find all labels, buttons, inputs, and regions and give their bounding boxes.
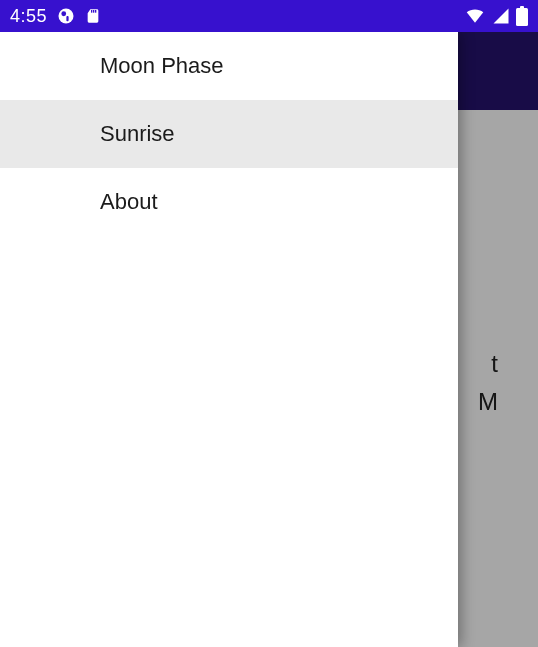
status-bar: 4:55 <box>0 0 538 32</box>
drawer-item-sunrise[interactable]: Sunrise <box>0 100 458 168</box>
cellular-signal-icon <box>492 7 510 25</box>
status-right <box>464 6 528 26</box>
nav-drawer: Moon Phase Sunrise About <box>0 32 458 647</box>
status-time: 4:55 <box>10 6 47 27</box>
svg-rect-10 <box>95 10 96 13</box>
battery-icon <box>516 6 528 26</box>
svg-rect-11 <box>516 8 528 26</box>
drawer-item-label: Moon Phase <box>100 53 224 79</box>
wifi-icon <box>464 7 486 25</box>
drawer-item-label: Sunrise <box>100 121 175 147</box>
sd-card-icon <box>85 7 101 25</box>
svg-rect-7 <box>66 16 68 21</box>
drawer-item-moon-phase[interactable]: Moon Phase <box>0 32 458 100</box>
screen: t M Moon Phase Sunrise About 4:55 <box>0 0 538 647</box>
drawer-item-label: About <box>100 189 158 215</box>
svg-point-5 <box>59 9 74 24</box>
svg-rect-8 <box>91 10 92 13</box>
status-left: 4:55 <box>10 6 101 27</box>
drawer-item-about[interactable]: About <box>0 168 458 236</box>
profile-indicator-icon <box>57 7 75 25</box>
svg-rect-9 <box>93 10 94 13</box>
svg-rect-12 <box>520 6 524 9</box>
svg-point-6 <box>61 11 66 16</box>
